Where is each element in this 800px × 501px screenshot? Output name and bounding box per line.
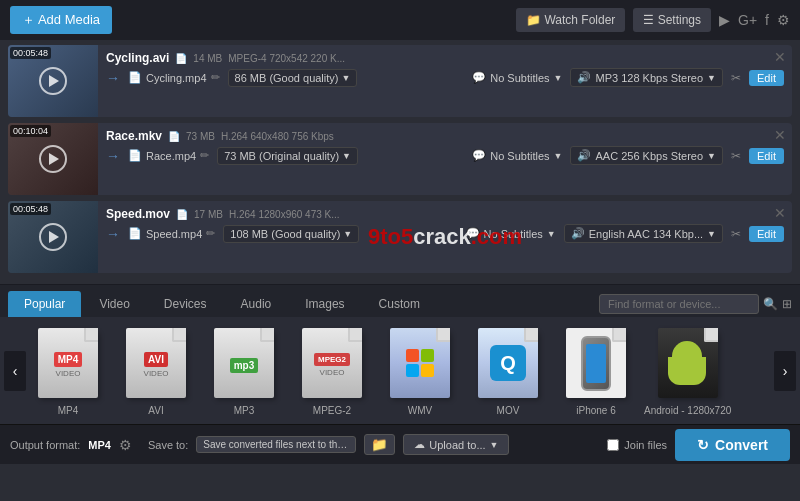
edit-button-3[interactable]: Edit: [749, 226, 784, 242]
subtitle-dropdown-1[interactable]: ▼: [554, 73, 563, 83]
tab-devices[interactable]: Devices: [148, 291, 223, 317]
edit-filename-icon-2[interactable]: ✏: [200, 149, 209, 162]
arrow-icon-2: →: [106, 148, 120, 164]
tab-images[interactable]: Images: [289, 291, 360, 317]
format-label-android: Android - 1280x720: [644, 405, 731, 416]
gear-icon[interactable]: ⚙: [777, 12, 790, 28]
list-item[interactable]: MP4 VIDEO MP4: [28, 325, 108, 416]
list-item[interactable]: AVI VIDEO AVI: [116, 325, 196, 416]
output-file-2: 📄 Race.mp4 ✏: [128, 149, 209, 162]
audio-icon-2: 🔊: [577, 149, 591, 162]
media-meta-2: 📄 73 MB: [168, 131, 215, 142]
output-settings-button[interactable]: ⚙: [119, 437, 132, 453]
list-item[interactable]: Android - 1280x720: [644, 325, 731, 416]
output-row-1: → 📄 Cycling.mp4 ✏ 86 MB (Good quality) ▼…: [106, 68, 784, 87]
audio-dropdown-2[interactable]: ▼: [707, 151, 716, 161]
play-button-3[interactable]: [39, 223, 67, 251]
output-format-label: Output format:: [10, 439, 80, 451]
format-badge-mp3: mp3: [230, 358, 259, 373]
convert-button[interactable]: ↻ Convert: [675, 429, 790, 461]
source-filename-3: Speed.mov: [106, 207, 170, 221]
convert-label: Convert: [715, 437, 768, 453]
tab-popular[interactable]: Popular: [8, 291, 81, 317]
audio-format-1[interactable]: 🔊 MP3 128 Kbps Stereo ▼: [570, 68, 723, 87]
subtitle-dropdown-3[interactable]: ▼: [547, 229, 556, 239]
googleplus-icon[interactable]: G+: [738, 12, 757, 28]
format-badge-mpeg2: MPEG2: [314, 353, 350, 366]
close-item-2[interactable]: ✕: [774, 127, 786, 143]
media-info-2: Race.mkv 📄 73 MB H.264 640x480 756 Kbps …: [98, 123, 792, 195]
facebook-icon[interactable]: f: [765, 12, 769, 28]
audio-format-2[interactable]: 🔊 AAC 256 Kbps Stereo ▼: [570, 146, 723, 165]
browse-folder-button[interactable]: 📁: [364, 434, 395, 455]
tab-video[interactable]: Video: [83, 291, 145, 317]
audio-format-3[interactable]: 🔊 English AAC 134 Kbp... ▼: [564, 224, 723, 243]
join-files-text: Join files: [624, 439, 667, 451]
tab-audio[interactable]: Audio: [225, 291, 288, 317]
format-doc-mp4: MP4 VIDEO: [38, 328, 98, 398]
quality-dropdown-3[interactable]: ▼: [343, 229, 352, 239]
trim-icon-3[interactable]: ✂: [731, 227, 741, 241]
subtitle-dropdown-2[interactable]: ▼: [554, 151, 563, 161]
format-icon-mov: [470, 325, 546, 401]
format-tabs: Popular Video Devices Audio Images Custo…: [0, 285, 800, 317]
audio-text-1: MP3 128 Kbps Stereo: [595, 72, 703, 84]
audio-dropdown-3[interactable]: ▼: [707, 229, 716, 239]
list-item[interactable]: MPEG2 VIDEO MPEG-2: [292, 325, 372, 416]
subtitle-selector-1[interactable]: 💬 No Subtitles ▼: [472, 71, 562, 84]
subtitle-selector-2[interactable]: 💬 No Subtitles ▼: [472, 149, 562, 162]
audio-icon-3: 🔊: [571, 227, 585, 240]
thumbnail-1: 00:05:48: [8, 45, 98, 117]
output-file-1: 📄 Cycling.mp4 ✏: [128, 71, 220, 84]
trim-icon-1[interactable]: ✂: [731, 71, 741, 85]
format-doc-mp3: mp3: [214, 328, 274, 398]
format-icon-wmv: [382, 325, 458, 401]
output-quality-2[interactable]: 73 MB (Original quality) ▼: [217, 147, 358, 165]
next-format-button[interactable]: ›: [774, 351, 796, 391]
subtitle-icon-1: 💬: [472, 71, 486, 84]
play-button-2[interactable]: [39, 145, 67, 173]
add-media-button[interactable]: ＋ Add Media: [10, 6, 112, 34]
media-info-3: Speed.mov 📄 17 MB H.264 1280x960 473 K..…: [98, 201, 792, 273]
quicktime-logo: [490, 345, 526, 381]
list-item[interactable]: MOV: [468, 325, 548, 416]
play-button-1[interactable]: [39, 67, 67, 95]
subtitle-selector-3[interactable]: 💬 No Subtitles ▼: [466, 227, 556, 240]
list-item[interactable]: mp3 MP3: [204, 325, 284, 416]
list-item[interactable]: WMV: [380, 325, 460, 416]
output-quality-1[interactable]: 86 MB (Good quality) ▼: [228, 69, 358, 87]
upload-dropdown-arrow[interactable]: ▼: [490, 440, 499, 450]
trim-icon-2[interactable]: ✂: [731, 149, 741, 163]
format-doc-android: [658, 328, 718, 398]
youtube-icon[interactable]: ▶: [719, 12, 730, 28]
codec-info-3: H.264 1280x960 473 K...: [229, 209, 340, 220]
quality-dropdown-1[interactable]: ▼: [341, 73, 350, 83]
save-to-label: Save to:: [148, 439, 188, 451]
edit-button-2[interactable]: Edit: [749, 148, 784, 164]
edit-button-1[interactable]: Edit: [749, 70, 784, 86]
format-search-input[interactable]: [599, 294, 759, 314]
filter-icon[interactable]: ⊞: [782, 297, 792, 311]
upload-button[interactable]: ☁ Upload to... ▼: [403, 434, 509, 455]
join-files-checkbox[interactable]: [607, 439, 619, 451]
list-item[interactable]: iPhone 6: [556, 325, 636, 416]
edit-filename-icon-1[interactable]: ✏: [211, 71, 220, 84]
subtitle-icon-3: 💬: [466, 227, 480, 240]
convert-icon: ↻: [697, 437, 709, 453]
audio-dropdown-1[interactable]: ▼: [707, 73, 716, 83]
prev-format-button[interactable]: ‹: [4, 351, 26, 391]
format-doc-mpeg2: MPEG2 VIDEO: [302, 328, 362, 398]
file-icon-2: 📄: [168, 131, 180, 142]
watch-folder-button[interactable]: 📁 Watch Folder: [516, 8, 625, 32]
close-item-1[interactable]: ✕: [774, 49, 786, 65]
quality-dropdown-2[interactable]: ▼: [342, 151, 351, 161]
close-item-3[interactable]: ✕: [774, 205, 786, 221]
output-quality-3[interactable]: 108 MB (Good quality) ▼: [223, 225, 359, 243]
source-size-3: 17 MB: [194, 209, 223, 220]
tab-custom[interactable]: Custom: [363, 291, 436, 317]
android-image: [668, 341, 708, 385]
settings-button[interactable]: ☰ Settings: [633, 8, 711, 32]
edit-filename-icon-3[interactable]: ✏: [206, 227, 215, 240]
output-file-icon-2: 📄: [128, 149, 142, 162]
search-icon[interactable]: 🔍: [763, 297, 778, 311]
